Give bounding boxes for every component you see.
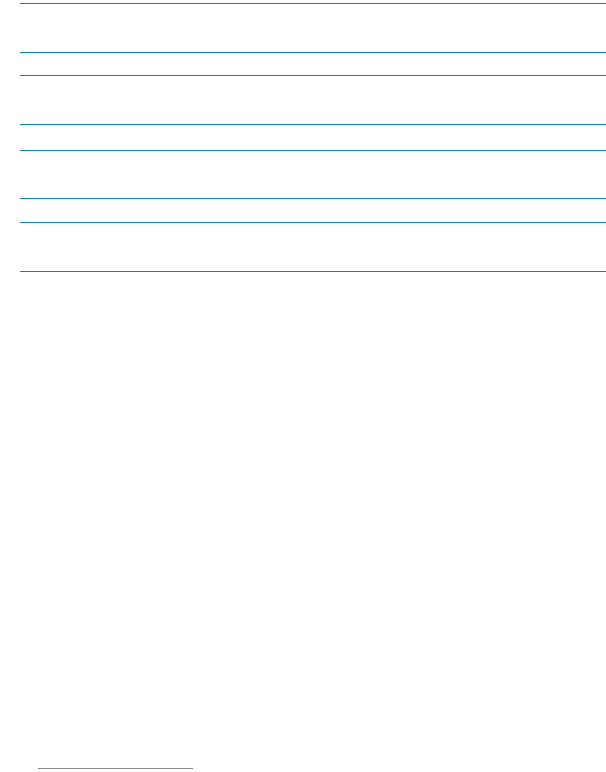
- table-row-separator: [20, 52, 606, 53]
- table-row-separator: [20, 150, 606, 151]
- table-row-separator: [20, 124, 606, 125]
- table-row-separator: [20, 75, 606, 76]
- footnote-separator: [38, 768, 193, 769]
- table-row-separator: [20, 271, 606, 272]
- table-row-separator: [20, 3, 606, 4]
- table-row-separator: [20, 222, 606, 223]
- table-row-separator: [20, 198, 606, 199]
